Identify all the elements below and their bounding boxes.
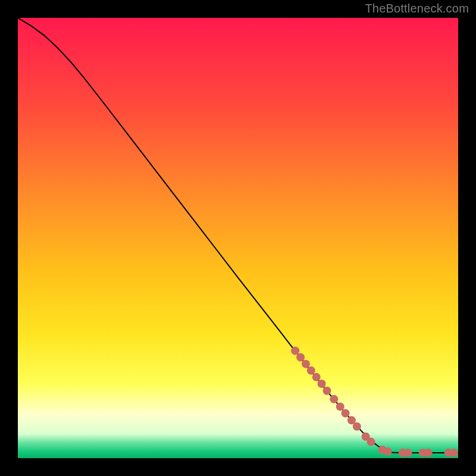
- dot-22: [450, 449, 458, 457]
- dot-8: [330, 395, 338, 403]
- dot-2: [296, 353, 305, 362]
- chart-svg: [18, 18, 458, 458]
- dot-10: [342, 409, 350, 418]
- plot-area: [18, 18, 458, 458]
- dot-9: [336, 402, 345, 411]
- dot-1: [291, 346, 299, 355]
- dot-5: [312, 373, 321, 381]
- dot-3: [302, 360, 310, 368]
- gradient-background: [18, 18, 458, 458]
- chart-frame: TheBottleneck.com: [0, 0, 476, 476]
- dot-18: [404, 449, 412, 457]
- dot-16: [384, 447, 392, 456]
- dot-12: [353, 422, 361, 431]
- dot-6: [318, 380, 326, 388]
- dot-4: [307, 367, 315, 375]
- dot-14: [367, 438, 375, 446]
- attribution-text: TheBottleneck.com: [365, 2, 469, 15]
- dot-20: [424, 449, 433, 457]
- dot-7: [322, 387, 331, 395]
